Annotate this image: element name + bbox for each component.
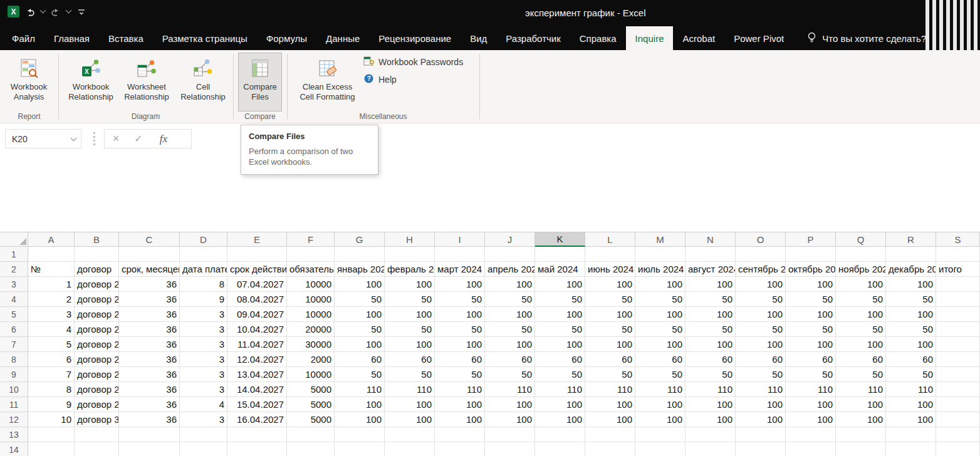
cell-J9[interactable]: 50 (485, 367, 535, 382)
cell-I4[interactable]: 50 (435, 292, 485, 307)
cell-K14[interactable] (535, 442, 585, 456)
cell-R10[interactable]: 110 (886, 382, 936, 397)
row-header-12[interactable]: 12 (0, 412, 28, 427)
tab-file[interactable]: Файл (3, 26, 44, 50)
cell-P3[interactable]: 100 (786, 277, 836, 292)
cell-C11[interactable]: 36 (119, 397, 180, 412)
cell-S8[interactable] (936, 352, 980, 367)
column-header-J[interactable]: J (485, 232, 535, 247)
cell-I9[interactable]: 50 (435, 367, 485, 382)
cell-A14[interactable] (28, 442, 75, 456)
cell-Q3[interactable]: 100 (836, 277, 886, 292)
cell-M10[interactable]: 110 (635, 382, 685, 397)
cell-A1[interactable] (28, 247, 75, 262)
cell-C10[interactable]: 36 (119, 382, 180, 397)
cell-L14[interactable] (585, 442, 635, 456)
cell-Q14[interactable] (836, 442, 886, 456)
cell-E1[interactable] (227, 247, 287, 262)
cell-A2[interactable]: № (28, 262, 75, 277)
cell-Q5[interactable]: 100 (836, 307, 886, 322)
cell-O13[interactable] (736, 427, 786, 442)
cell-F1[interactable] (287, 247, 335, 262)
cell-E2[interactable]: срок действия (227, 262, 287, 277)
column-header-D[interactable]: D (180, 232, 227, 247)
cell-Q2[interactable]: ноябрь 2024 (836, 262, 886, 277)
cell-S9[interactable] (936, 367, 980, 382)
cell-F12[interactable]: 5000 (287, 412, 335, 427)
enter-icon[interactable]: ✓ (127, 133, 150, 145)
cell-S6[interactable] (936, 322, 980, 337)
cell-F3[interactable]: 10000 (287, 277, 335, 292)
cell-E14[interactable] (227, 442, 287, 456)
column-header-L[interactable]: L (585, 232, 635, 247)
cell-H3[interactable]: 100 (385, 277, 435, 292)
cell-M12[interactable]: 100 (635, 412, 685, 427)
cell-S7[interactable] (936, 337, 980, 352)
column-header-G[interactable]: G (335, 232, 385, 247)
cell-O3[interactable]: 100 (736, 277, 786, 292)
cell-B13[interactable] (75, 427, 119, 442)
cell-A3[interactable]: 1 (28, 277, 75, 292)
cell-M13[interactable] (635, 427, 685, 442)
tab-view[interactable]: Вид (461, 26, 496, 50)
cell-R1[interactable] (886, 247, 936, 262)
cell-I6[interactable]: 50 (435, 322, 485, 337)
column-header-R[interactable]: R (886, 232, 936, 247)
cell-C6[interactable]: 36 (119, 322, 180, 337)
cell-I12[interactable]: 100 (435, 412, 485, 427)
cell-S10[interactable] (936, 382, 980, 397)
cell-H4[interactable]: 50 (385, 292, 435, 307)
cell-P12[interactable]: 100 (786, 412, 836, 427)
cell-P9[interactable]: 50 (786, 367, 836, 382)
cell-I13[interactable] (435, 427, 485, 442)
cell-B2[interactable]: договор (75, 262, 119, 277)
cell-E3[interactable]: 07.04.2027 (227, 277, 287, 292)
row-header-2[interactable]: 2 (0, 262, 28, 277)
cell-K10[interactable]: 110 (535, 382, 585, 397)
cell-J3[interactable]: 100 (485, 277, 535, 292)
cell-I1[interactable] (435, 247, 485, 262)
cell-N11[interactable]: 100 (685, 397, 736, 412)
cell-D6[interactable]: 3 (180, 322, 227, 337)
cell-B4[interactable]: договор 2 (75, 292, 119, 307)
undo-dropdown-icon[interactable] (40, 8, 46, 14)
select-all-corner[interactable] (0, 232, 28, 247)
cell-P4[interactable]: 50 (786, 292, 836, 307)
cell-O4[interactable]: 50 (736, 292, 786, 307)
workbook-passwords-button[interactable]: Workbook Passwords (363, 55, 463, 69)
row-header-8[interactable]: 8 (0, 352, 28, 367)
cell-O10[interactable]: 110 (736, 382, 786, 397)
name-box-dropdown-icon[interactable] (66, 130, 81, 148)
tell-me-box[interactable]: Что вы хотите сделать? (807, 26, 926, 50)
tab-acrobat[interactable]: Acrobat (673, 26, 724, 50)
cell-L4[interactable]: 50 (585, 292, 635, 307)
cell-D2[interactable]: дата платежа (180, 262, 227, 277)
cell-A4[interactable]: 2 (28, 292, 75, 307)
cell-K9[interactable]: 50 (535, 367, 585, 382)
cell-O2[interactable]: сентябрь 2024 (736, 262, 786, 277)
cell-E12[interactable]: 16.04.2027 (227, 412, 287, 427)
cell-B11[interactable]: договор 2 (75, 397, 119, 412)
cell-K8[interactable]: 60 (535, 352, 585, 367)
cell-P8[interactable]: 60 (786, 352, 836, 367)
cell-E8[interactable]: 12.04.2027 (227, 352, 287, 367)
cell-E11[interactable]: 15.04.2027 (227, 397, 287, 412)
cell-K7[interactable]: 100 (535, 337, 585, 352)
cell-O1[interactable] (736, 247, 786, 262)
cell-K1[interactable] (535, 247, 585, 262)
cell-B3[interactable]: договор 2 (75, 277, 119, 292)
cell-L8[interactable]: 60 (585, 352, 635, 367)
cell-J10[interactable]: 110 (485, 382, 535, 397)
row-header-4[interactable]: 4 (0, 292, 28, 307)
row-header-7[interactable]: 7 (0, 337, 28, 352)
cell-G9[interactable]: 50 (335, 367, 385, 382)
cell-G4[interactable]: 50 (335, 292, 385, 307)
cell-A13[interactable] (28, 427, 75, 442)
cell-M4[interactable]: 50 (635, 292, 685, 307)
row-header-13[interactable]: 13 (0, 427, 28, 442)
row-header-11[interactable]: 11 (0, 397, 28, 412)
cell-F14[interactable] (287, 442, 335, 456)
cell-N8[interactable]: 60 (685, 352, 736, 367)
cell-J14[interactable] (485, 442, 535, 456)
cell-M6[interactable]: 50 (635, 322, 685, 337)
